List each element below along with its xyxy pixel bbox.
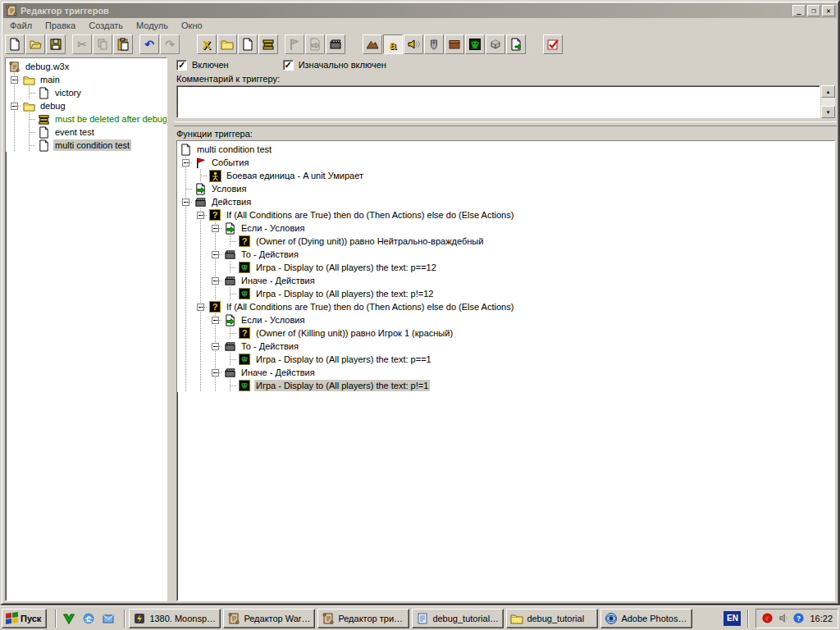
- tree-row[interactable]: multi condition test: [179, 143, 834, 156]
- tree-row[interactable]: Боевая единица - A unit Умирает: [179, 169, 834, 182]
- redo-button[interactable]: ↷: [160, 34, 180, 54]
- terrain-editor-button[interactable]: [363, 34, 382, 54]
- test-map-button[interactable]: [543, 34, 563, 54]
- vertical-splitter[interactable]: [168, 57, 174, 601]
- expander[interactable]: [208, 366, 223, 379]
- ai-editor-button[interactable]: [465, 34, 485, 54]
- scroll-up-icon[interactable]: ▲: [821, 85, 835, 98]
- task-button[interactable]: 1380. Moonspell ...: [129, 609, 221, 628]
- delete-button[interactable]: X: [197, 34, 217, 54]
- tree-row[interactable]: ?(Owner of (Dying unit)) равно Нейтральн…: [179, 235, 834, 248]
- scroll-down-icon[interactable]: ▼: [821, 106, 835, 118]
- tree-row[interactable]: Иначе - Действия: [179, 366, 834, 379]
- expander[interactable]: [7, 73, 22, 86]
- menu-Правка[interactable]: Правка: [39, 19, 82, 32]
- tree-row[interactable]: Если - Условия: [179, 313, 834, 326]
- menu-Модуль[interactable]: Модуль: [130, 19, 175, 32]
- tree-row[interactable]: Игра - Display to (All players) the text…: [179, 287, 834, 300]
- expander[interactable]: [179, 156, 194, 169]
- horizontal-splitter[interactable]: [174, 121, 837, 126]
- save-map-button[interactable]: [46, 34, 66, 54]
- internet-explorer-icon[interactable]: e: [81, 611, 96, 626]
- expander[interactable]: [208, 274, 223, 287]
- outlook-express-icon[interactable]: [101, 611, 116, 626]
- download-manager-icon[interactable]: [62, 611, 76, 626]
- task-button[interactable]: Редактор Warcr...: [223, 609, 315, 628]
- menu-Окно[interactable]: Окно: [175, 19, 209, 32]
- sound-editor-button[interactable]: [404, 34, 423, 54]
- new-action-button[interactable]: [326, 34, 345, 54]
- import-manager-button[interactable]: [506, 34, 526, 54]
- functions-tree: multi condition testСобытияБоевая единиц…: [177, 141, 834, 392]
- expander[interactable]: [194, 300, 208, 313]
- tree-row[interactable]: debug: [7, 99, 167, 112]
- functions-tree-panel[interactable]: multi condition testСобытияБоевая единиц…: [176, 140, 835, 601]
- tree-row[interactable]: Игра - Display to (All players) the text…: [179, 261, 834, 274]
- paste-button[interactable]: [113, 34, 133, 54]
- tree-row[interactable]: ?If (All Conditions are True) then do (T…: [179, 300, 834, 313]
- tree-row[interactable]: ?If (All Conditions are True) then do (T…: [179, 208, 834, 221]
- tree-row[interactable]: debug.w3x: [7, 60, 167, 73]
- title-bar[interactable]: Редактор триггеров _ ❐ ✕: [3, 3, 837, 18]
- tree-row[interactable]: Игра - Display to (All players) the text…: [179, 379, 834, 392]
- task-button[interactable]: debug_tutorial: [506, 609, 598, 628]
- undo-button[interactable]: ↶: [139, 34, 159, 54]
- new-comment-button[interactable]: [258, 34, 278, 54]
- expander[interactable]: [208, 248, 223, 261]
- new-map-button[interactable]: [5, 34, 25, 54]
- expander[interactable]: [179, 195, 194, 208]
- tree-row[interactable]: Если - Условия: [179, 221, 834, 235]
- help-icon[interactable]: ?: [792, 612, 805, 624]
- tree-row[interactable]: То - Действия: [179, 248, 834, 261]
- tree-row[interactable]: event test: [7, 126, 167, 139]
- trigger-detail-panel: ✓ Включен ✓ Изначально включен Комментар…: [174, 56, 837, 602]
- expander[interactable]: [208, 221, 223, 235]
- minimize-button[interactable]: _: [792, 5, 806, 16]
- new-event-button[interactable]: [285, 34, 304, 54]
- new-trigger-button[interactable]: [238, 34, 258, 54]
- task-button[interactable]: Редактор тригг...: [317, 609, 409, 628]
- trigger-editor-button[interactable]: a: [383, 34, 403, 54]
- menu-Файл[interactable]: Файл: [3, 19, 39, 32]
- comment-input[interactable]: [176, 85, 820, 118]
- restore-button[interactable]: ❐: [807, 5, 820, 16]
- cut-button[interactable]: ✂: [72, 34, 92, 54]
- volume-icon[interactable]: [777, 612, 789, 624]
- close-button[interactable]: ✕: [822, 5, 835, 16]
- expander[interactable]: [194, 208, 208, 221]
- download-master-icon[interactable]: [761, 612, 774, 624]
- new-category-button[interactable]: [217, 34, 237, 54]
- open-map-button[interactable]: [25, 34, 45, 54]
- menu-Создать[interactable]: Создать: [82, 19, 130, 32]
- scroll-track[interactable]: [821, 98, 835, 106]
- task-button[interactable]: Adobe Photoshop: [600, 609, 692, 628]
- trigger-tree-panel[interactable]: debug.w3xmainvictorydebugmust be deleted…: [5, 57, 167, 601]
- expander[interactable]: [7, 99, 22, 112]
- comment-scrollbar[interactable]: ▲ ▼: [821, 85, 835, 118]
- language-indicator[interactable]: EN: [724, 611, 741, 626]
- tree-guide: [179, 353, 194, 366]
- tree-row[interactable]: Иначе - Действия: [179, 274, 834, 287]
- tree-row[interactable]: main: [7, 73, 167, 86]
- task-button[interactable]: debug_tutorial.t...: [412, 609, 504, 628]
- start-button[interactable]: Пуск: [2, 609, 47, 628]
- enabled-checkbox[interactable]: ✓: [176, 60, 187, 71]
- copy-button[interactable]: [93, 34, 112, 54]
- tree-row[interactable]: Действия: [179, 195, 834, 208]
- expander[interactable]: [208, 340, 223, 353]
- tree-row[interactable]: Игра - Display to (All players) the text…: [179, 353, 834, 366]
- new-condition-button[interactable]: [305, 34, 325, 54]
- object-manager-button[interactable]: [486, 34, 505, 54]
- expander[interactable]: [208, 313, 223, 326]
- tree-row[interactable]: must be deleted after debug: [7, 112, 167, 126]
- tree-row[interactable]: victory: [7, 86, 167, 99]
- tree-row[interactable]: То - Действия: [179, 340, 834, 353]
- clock[interactable]: 16:22: [808, 614, 833, 623]
- initially-on-checkbox[interactable]: ✓: [283, 60, 294, 71]
- tree-row[interactable]: ?(Owner of (Killing unit)) равно Игрок 1…: [179, 326, 834, 340]
- object-editor-button[interactable]: [424, 34, 444, 54]
- campaign-editor-button[interactable]: [445, 34, 464, 54]
- tree-row[interactable]: multi condition test: [7, 139, 167, 152]
- tree-row[interactable]: Условия: [179, 182, 834, 195]
- tree-row[interactable]: События: [179, 156, 834, 169]
